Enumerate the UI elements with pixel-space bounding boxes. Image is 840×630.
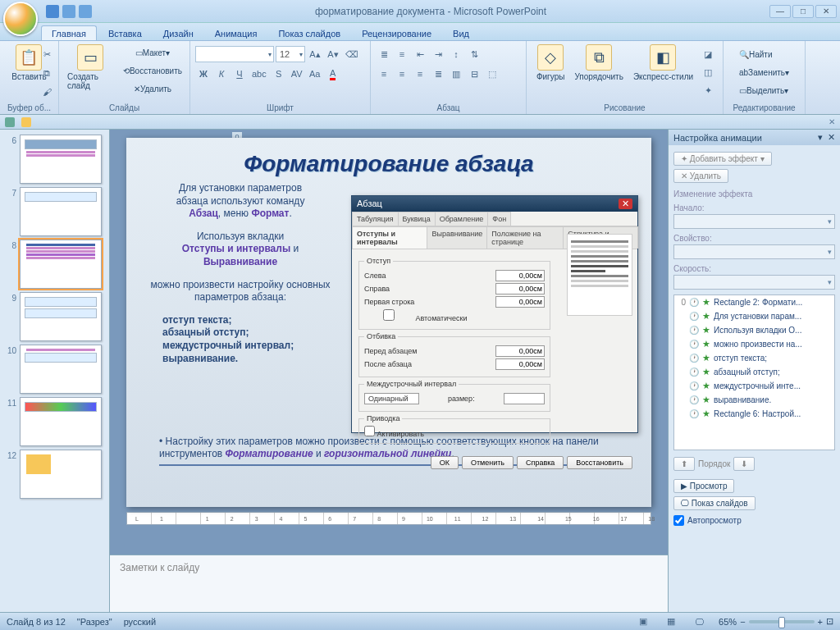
font-color-icon[interactable]: A xyxy=(325,66,341,82)
columns-icon[interactable]: ▥ xyxy=(448,66,464,82)
slide-thumb[interactable] xyxy=(20,135,102,184)
slide-thumbnails-panel[interactable]: 6 7 8 9 10 11 12 xyxy=(0,130,110,612)
animpane-dropdown-icon[interactable]: ▾ xyxy=(818,132,823,143)
language-indicator[interactable]: русский xyxy=(124,617,156,627)
reorder-up-button[interactable]: ⬆ xyxy=(673,457,695,471)
text-direction-icon[interactable]: ⇅ xyxy=(466,46,482,62)
maximize-button[interactable]: □ xyxy=(792,5,814,18)
tab-animation[interactable]: Анимация xyxy=(205,26,267,40)
normal-view-icon[interactable]: ▣ xyxy=(635,614,651,630)
align-text-icon[interactable]: ⊟ xyxy=(466,66,482,82)
reset-button[interactable]: ⟲ Восстановить xyxy=(121,62,185,79)
close-button[interactable]: ✕ xyxy=(815,5,837,18)
tab-view[interactable]: Вид xyxy=(443,26,479,40)
bold-icon[interactable]: Ж xyxy=(195,66,212,82)
shadow-icon[interactable]: S xyxy=(271,66,287,82)
tab-review[interactable]: Рецензирование xyxy=(352,26,441,40)
line-spacing-icon[interactable]: ↕ xyxy=(448,46,464,62)
slide-thumb[interactable] xyxy=(20,450,102,499)
preview-button[interactable]: ▶ Просмотр xyxy=(673,479,734,493)
indent-left-icon[interactable]: ⇤ xyxy=(412,46,428,62)
new-slide-button[interactable]: ▭ Создать слайд xyxy=(64,43,117,92)
shape-outline-icon[interactable]: ◫ xyxy=(700,64,716,80)
animation-item[interactable]: 🕐★Используя вкладки О... xyxy=(674,323,834,337)
spacing-icon[interactable]: AV xyxy=(289,66,305,82)
shrink-font-icon[interactable]: A▾ xyxy=(325,46,341,62)
autopreview-checkbox[interactable]: Автопросмотр xyxy=(673,512,835,529)
layout-button[interactable]: ▭ Макет ▾ xyxy=(121,44,185,61)
animpane-close-icon[interactable]: ✕ xyxy=(828,132,835,143)
sorter-view-icon[interactable]: ▦ xyxy=(663,614,679,630)
slide-thumb[interactable] xyxy=(20,345,102,394)
save-icon[interactable] xyxy=(46,5,59,18)
zoom-out-icon[interactable]: − xyxy=(740,617,745,627)
outline-icon[interactable] xyxy=(5,117,15,127)
notes-pane[interactable]: Заметки к слайду xyxy=(110,555,668,612)
delete-slide-button[interactable]: ✕ Удалить xyxy=(121,80,185,97)
align-center-icon[interactable]: ≡ xyxy=(394,66,410,82)
animation-list[interactable]: 0🕐★Rectangle 2: Формати...🕐★Для установк… xyxy=(673,294,835,450)
speed-combo[interactable] xyxy=(673,275,835,290)
smartart-icon[interactable]: ⬚ xyxy=(484,66,500,82)
horizontal-ruler[interactable]: L1123456789101112131415161718 xyxy=(126,512,651,525)
align-left-icon[interactable]: ≡ xyxy=(376,66,392,82)
slideshow-view-icon[interactable]: 🖵 xyxy=(691,614,707,630)
slide-thumb[interactable] xyxy=(20,240,102,289)
indent-right-icon[interactable]: ⇥ xyxy=(430,46,446,62)
format-painter-icon[interactable]: 🖌 xyxy=(39,84,55,100)
underline-icon[interactable]: Ч xyxy=(231,66,248,82)
tab-slideshow[interactable]: Показ слайдов xyxy=(268,26,350,40)
zoom-slider[interactable] xyxy=(749,620,815,623)
office-button[interactable] xyxy=(3,2,38,36)
close-pane-icon[interactable]: ✕ xyxy=(829,117,835,126)
animation-item[interactable]: 0🕐★Rectangle 2: Формати... xyxy=(674,295,834,309)
minimize-button[interactable]: — xyxy=(769,5,791,18)
numbering-icon[interactable]: ≡ xyxy=(394,46,410,62)
undo-icon[interactable] xyxy=(62,5,75,18)
animation-item[interactable]: 🕐★Для установки парам... xyxy=(674,309,834,323)
grow-font-icon[interactable]: A▴ xyxy=(307,46,323,62)
animation-item[interactable]: 🕐★выравнивание. xyxy=(674,393,834,407)
zoom-in-icon[interactable]: + xyxy=(818,617,823,627)
add-effect-button[interactable]: ✦ Добавить эффект ▾ xyxy=(673,152,772,166)
redo-icon[interactable] xyxy=(79,5,92,18)
quickstyles-button[interactable]: ◧Экспресс-стили xyxy=(630,43,696,83)
copy-icon[interactable]: ⧉ xyxy=(39,65,55,81)
slide-canvas[interactable]: Форматирование абзаца Для установки пара… xyxy=(126,138,651,507)
tab-home[interactable]: Главная xyxy=(41,25,97,40)
slide-thumb[interactable] xyxy=(20,187,102,236)
slide-thumb[interactable] xyxy=(20,292,102,341)
animation-item[interactable]: 🕐★можно произвести на... xyxy=(674,337,834,351)
shape-fill-icon[interactable]: ◪ xyxy=(700,46,716,62)
align-right-icon[interactable]: ≡ xyxy=(412,66,428,82)
justify-icon[interactable]: ≣ xyxy=(430,66,446,82)
strike-icon[interactable]: abc xyxy=(249,66,269,82)
italic-icon[interactable]: К xyxy=(213,66,230,82)
remove-effect-button[interactable]: ✕ Удалить xyxy=(673,169,728,183)
shape-effects-icon[interactable]: ✦ xyxy=(700,82,716,98)
font-size-combo[interactable]: 12 xyxy=(276,46,305,62)
cut-icon[interactable]: ✂ xyxy=(39,46,55,62)
find-button[interactable]: 🔍 Найти xyxy=(737,46,775,62)
animation-item[interactable]: 🕐★отступ текста; xyxy=(674,351,834,365)
shapes-button[interactable]: ◇Фигуры xyxy=(533,43,568,83)
bullets-icon[interactable]: ≣ xyxy=(376,46,392,62)
reorder-down-button[interactable]: ⬇ xyxy=(733,457,755,471)
animation-item[interactable]: 🕐★абзацный отступ; xyxy=(674,365,834,379)
tab-insert[interactable]: Вставка xyxy=(98,26,152,40)
animation-item[interactable]: 🕐★Rectangle 6: Настрой... xyxy=(674,407,834,421)
slide-thumb[interactable] xyxy=(20,397,102,446)
arrange-button[interactable]: ⧉Упорядочить xyxy=(571,43,627,83)
slides-icon[interactable] xyxy=(21,117,31,127)
slideshow-button[interactable]: 🖵 Показ слайдов xyxy=(673,496,756,510)
replace-button[interactable]: ab Заменить ▾ xyxy=(737,64,792,80)
clear-format-icon[interactable]: ⌫ xyxy=(343,46,361,62)
property-combo[interactable] xyxy=(673,244,835,259)
animation-item[interactable]: 🕐★междустрочный инте... xyxy=(674,379,834,393)
fit-to-window-icon[interactable]: ⊡ xyxy=(826,616,833,627)
font-family-combo[interactable] xyxy=(195,46,274,62)
tab-design[interactable]: Дизайн xyxy=(153,26,203,40)
case-icon[interactable]: Aa xyxy=(307,66,323,82)
start-combo[interactable] xyxy=(673,214,835,229)
select-button[interactable]: ▭ Выделить ▾ xyxy=(737,82,791,98)
